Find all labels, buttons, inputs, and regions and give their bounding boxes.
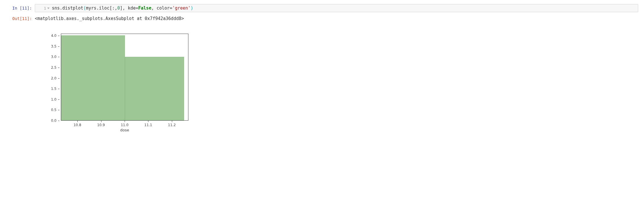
hist-bar [61, 35, 125, 120]
tok-paren: ) [191, 6, 193, 11]
y-tick-label: 3.5 [43, 44, 57, 48]
x-axis-label: dose [61, 128, 188, 132]
x-tick-label: 11.0 [121, 123, 129, 127]
y-tick-label: 4.0 [43, 34, 57, 38]
input-cell: In [11]: 1 sns.distplot(myrs.iloc[:,0], … [0, 3, 644, 13]
y-tick [58, 89, 59, 89]
y-tick [58, 36, 59, 36]
code-line[interactable]: sns.distplot(myrs.iloc[:,0], kde=False, … [52, 6, 193, 11]
y-tick-label: 2.5 [43, 66, 57, 70]
y-tick-label: 3.0 [43, 55, 57, 59]
output-prompt: Out[11]: [6, 14, 35, 23]
y-tick-label: 0.0 [43, 119, 57, 123]
output-figure-cell: dose 0.00.51.01.52.02.53.03.54.010.810.9… [0, 24, 644, 133]
tok: sns.distplot [52, 6, 83, 11]
fold-triangle-icon[interactable] [47, 8, 50, 9]
x-tick-label: 10.8 [74, 123, 81, 127]
line-number: 1 [42, 6, 46, 10]
chart-container: dose 0.00.51.01.52.02.53.03.54.010.810.9… [35, 25, 194, 132]
output-cell: Out[11]: <matplotlib.axes._subplots.Axes… [0, 13, 644, 24]
tok: , color= [151, 6, 172, 11]
x-tick [101, 121, 101, 122]
x-tick-label: 11.1 [144, 123, 152, 127]
code-input-area[interactable]: 1 sns.distplot(myrs.iloc[:,0], kde=False… [35, 4, 638, 12]
x-tick-label: 11.2 [168, 123, 176, 127]
y-tick [58, 46, 59, 47]
x-tick [77, 121, 78, 122]
output-text: <matplotlib.axes._subplots.AxesSubplot a… [35, 16, 184, 21]
y-tick-label: 1.0 [43, 97, 57, 102]
tok-num: 0 [117, 6, 120, 11]
distplot-chart: dose 0.00.51.01.52.02.53.03.54.010.810.9… [43, 31, 194, 132]
tok-kw: False [138, 6, 151, 11]
output-area: <matplotlib.axes._subplots.AxesSubplot a… [35, 14, 638, 23]
y-tick [58, 99, 59, 100]
y-tick [58, 110, 59, 110]
x-tick-label: 10.9 [97, 123, 105, 127]
tok: ], kde= [120, 6, 138, 11]
y-tick [58, 68, 59, 68]
line-gutter[interactable]: 1 [37, 6, 52, 10]
input-prompt: In [11]: [6, 4, 35, 12]
y-tick [58, 57, 59, 57]
y-tick [58, 121, 59, 121]
y-tick-label: 2.0 [43, 76, 57, 80]
y-tick [58, 78, 59, 79]
x-tick [172, 121, 172, 122]
tok: myrs.iloc[:, [86, 6, 117, 11]
y-tick-label: 1.5 [43, 87, 57, 91]
tok-str: 'green' [172, 6, 190, 11]
x-tick [125, 121, 125, 122]
y-tick-label: 0.5 [43, 108, 57, 112]
plot-area [61, 34, 188, 121]
x-tick [148, 121, 148, 122]
hist-bar [125, 57, 184, 121]
